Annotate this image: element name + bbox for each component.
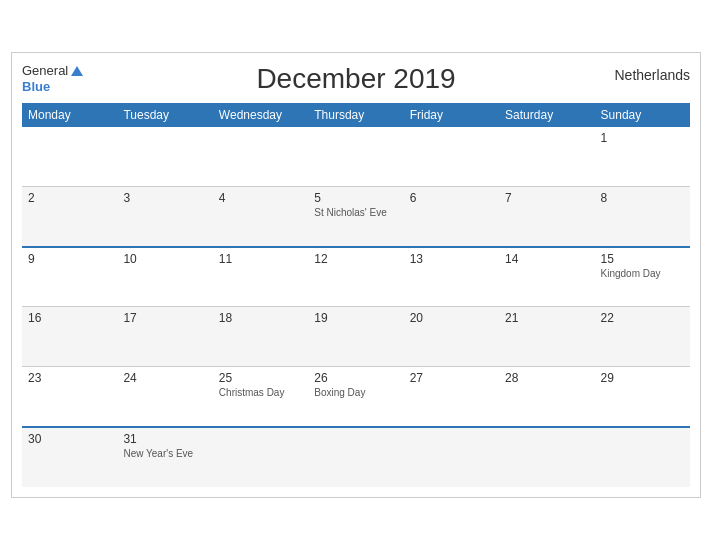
calendar-country: Netherlands — [615, 67, 691, 83]
day-number: 15 — [601, 252, 684, 266]
cal-cell: 31New Year's Eve — [117, 427, 212, 487]
weekday-header-thursday: Thursday — [308, 103, 403, 127]
cal-cell — [308, 427, 403, 487]
cal-cell: 15Kingdom Day — [595, 247, 690, 307]
day-number: 28 — [505, 371, 588, 385]
cal-cell: 19 — [308, 307, 403, 367]
day-number: 30 — [28, 432, 111, 446]
cal-cell: 30 — [22, 427, 117, 487]
day-number: 1 — [601, 131, 684, 145]
cal-cell: 14 — [499, 247, 594, 307]
logo-general-text: General — [22, 63, 68, 79]
weekday-header-friday: Friday — [404, 103, 499, 127]
event-label: New Year's Eve — [123, 448, 206, 459]
cal-cell — [595, 427, 690, 487]
cal-cell: 6 — [404, 187, 499, 247]
day-number: 11 — [219, 252, 302, 266]
cal-cell — [404, 127, 499, 187]
cal-cell: 7 — [499, 187, 594, 247]
day-number: 23 — [28, 371, 111, 385]
week-row-2: 2345St Nicholas' Eve678 — [22, 187, 690, 247]
cal-cell: 16 — [22, 307, 117, 367]
cal-cell: 1 — [595, 127, 690, 187]
day-number: 22 — [601, 311, 684, 325]
cal-cell: 18 — [213, 307, 308, 367]
day-number: 5 — [314, 191, 397, 205]
weekday-header-row: MondayTuesdayWednesdayThursdayFridaySatu… — [22, 103, 690, 127]
cal-cell: 11 — [213, 247, 308, 307]
day-number: 24 — [123, 371, 206, 385]
cal-cell: 3 — [117, 187, 212, 247]
day-number: 19 — [314, 311, 397, 325]
cal-cell — [213, 427, 308, 487]
event-label: Boxing Day — [314, 387, 397, 398]
day-number: 3 — [123, 191, 206, 205]
day-number: 6 — [410, 191, 493, 205]
day-number: 31 — [123, 432, 206, 446]
logo-blue-text: Blue — [22, 79, 83, 95]
cal-cell: 17 — [117, 307, 212, 367]
cal-cell: 27 — [404, 367, 499, 427]
weekday-header-sunday: Sunday — [595, 103, 690, 127]
day-number: 13 — [410, 252, 493, 266]
cal-cell — [117, 127, 212, 187]
cal-cell — [22, 127, 117, 187]
cal-cell: 8 — [595, 187, 690, 247]
cal-cell: 29 — [595, 367, 690, 427]
cal-cell: 26Boxing Day — [308, 367, 403, 427]
cal-cell: 10 — [117, 247, 212, 307]
calendar-header: General Blue December 2019 Netherlands — [22, 63, 690, 94]
logo-triangle-icon — [71, 66, 83, 76]
week-row-5: 232425Christmas Day26Boxing Day272829 — [22, 367, 690, 427]
cal-cell: 4 — [213, 187, 308, 247]
day-number: 16 — [28, 311, 111, 325]
cal-cell — [499, 127, 594, 187]
cal-cell: 25Christmas Day — [213, 367, 308, 427]
day-number: 26 — [314, 371, 397, 385]
cal-cell: 9 — [22, 247, 117, 307]
weekday-header-wednesday: Wednesday — [213, 103, 308, 127]
week-row-3: 9101112131415Kingdom Day — [22, 247, 690, 307]
day-number: 27 — [410, 371, 493, 385]
day-number: 2 — [28, 191, 111, 205]
day-number: 4 — [219, 191, 302, 205]
cal-cell — [404, 427, 499, 487]
week-row-6: 3031New Year's Eve — [22, 427, 690, 487]
cal-cell: 13 — [404, 247, 499, 307]
cal-cell: 5St Nicholas' Eve — [308, 187, 403, 247]
day-number: 17 — [123, 311, 206, 325]
weekday-header-tuesday: Tuesday — [117, 103, 212, 127]
calendar-title: December 2019 — [256, 63, 455, 95]
calendar-grid: MondayTuesdayWednesdayThursdayFridaySatu… — [22, 103, 690, 487]
day-number: 10 — [123, 252, 206, 266]
cal-cell: 22 — [595, 307, 690, 367]
day-number: 21 — [505, 311, 588, 325]
day-number: 25 — [219, 371, 302, 385]
day-number: 7 — [505, 191, 588, 205]
logo: General Blue — [22, 63, 83, 94]
cal-cell — [499, 427, 594, 487]
day-number: 20 — [410, 311, 493, 325]
weekday-header-saturday: Saturday — [499, 103, 594, 127]
cal-cell: 12 — [308, 247, 403, 307]
day-number: 12 — [314, 252, 397, 266]
event-label: Christmas Day — [219, 387, 302, 398]
calendar: General Blue December 2019 Netherlands M… — [11, 52, 701, 497]
day-number: 9 — [28, 252, 111, 266]
day-number: 14 — [505, 252, 588, 266]
weekday-header-monday: Monday — [22, 103, 117, 127]
cal-cell: 23 — [22, 367, 117, 427]
cal-cell: 20 — [404, 307, 499, 367]
cal-cell: 24 — [117, 367, 212, 427]
cal-cell — [213, 127, 308, 187]
week-row-1: 1 — [22, 127, 690, 187]
week-row-4: 16171819202122 — [22, 307, 690, 367]
day-number: 29 — [601, 371, 684, 385]
event-label: St Nicholas' Eve — [314, 207, 397, 218]
day-number: 8 — [601, 191, 684, 205]
cal-cell: 2 — [22, 187, 117, 247]
event-label: Kingdom Day — [601, 268, 684, 279]
cal-cell: 28 — [499, 367, 594, 427]
cal-cell: 21 — [499, 307, 594, 367]
day-number: 18 — [219, 311, 302, 325]
